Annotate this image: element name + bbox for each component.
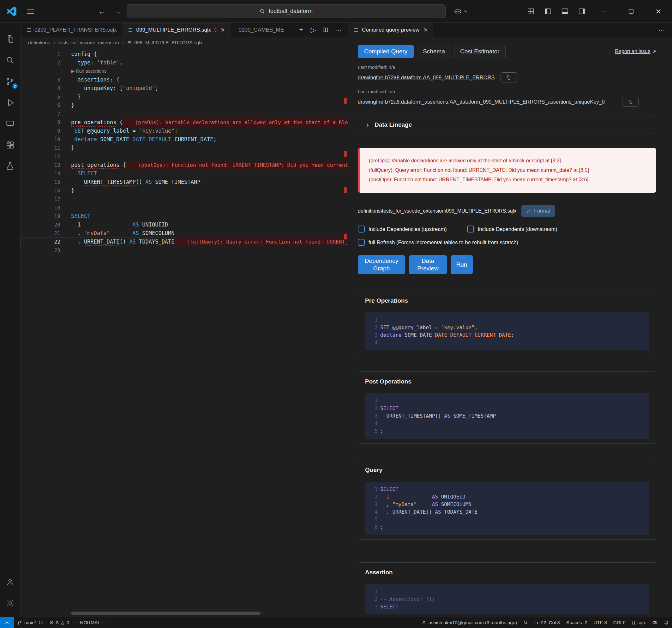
copilot-status[interactable]: [649, 617, 661, 628]
cost-estimator-button[interactable]: Cost Estimator: [454, 45, 506, 58]
forward-button[interactable]: →: [115, 0, 122, 23]
target-table-link[interactable]: drawingfire-b72a8.dataform.AA_099_MULTIP…: [358, 74, 495, 80]
code-token: SOMECOLUMN: [139, 230, 175, 236]
source-control-icon[interactable]: 2: [0, 71, 21, 92]
compiled-query-button[interactable]: Compiled Query: [358, 45, 414, 58]
remote-indicator[interactable]: ><: [0, 617, 14, 628]
search-status-icon[interactable]: [520, 617, 531, 628]
editor-line[interactable]: 4 uniqueKey: ["uniqueId"]: [21, 84, 348, 93]
breadcrumb[interactable]: definitions › tests_for_vscode_extension…: [21, 37, 348, 48]
remote-explorer-icon[interactable]: [0, 113, 21, 134]
breadcrumb-item[interactable]: tests_for_vscode_extension: [58, 40, 119, 46]
editor-line[interactable]: 8pre_operations { (preOps): Variable dec…: [21, 118, 348, 127]
notifications-bell[interactable]: [661, 617, 672, 628]
copy-button[interactable]: [501, 72, 517, 83]
tab-0100-games[interactable]: 0100_GAMES_ME: [231, 23, 289, 37]
code-editor[interactable]: 1config {2 type: 'table',▶ Run assertion…: [21, 48, 348, 617]
toggle-sidebar-right-icon[interactable]: [578, 7, 586, 16]
editor-line[interactable]: 5 }: [21, 93, 348, 101]
code-token: SELECT: [77, 170, 97, 177]
editor-line[interactable]: 6}: [21, 101, 348, 110]
tab-099-multiple-errors[interactable]: 099_MULTIPLE_ERRORS.sqlx 3 ×: [122, 23, 230, 37]
schema-button[interactable]: Schema: [417, 45, 451, 58]
testing-view-icon[interactable]: [0, 156, 21, 177]
checkbox-box[interactable]: [467, 226, 474, 233]
editor-line[interactable]: 22 , URRENT_DATE() AS TODAYS_DATE (fullQ…: [21, 237, 348, 246]
checkbox-box[interactable]: [358, 239, 365, 246]
search-view-icon[interactable]: [0, 50, 21, 71]
editor-line[interactable]: 14 SELECT: [21, 169, 348, 178]
sparkle-icon[interactable]: [298, 26, 305, 33]
editor-line[interactable]: 16}: [21, 186, 348, 195]
editor-line[interactable]: 19SELECT: [21, 212, 348, 220]
close-button[interactable]: ×: [645, 0, 672, 23]
language-mode-indicator[interactable]: {} sqlx: [629, 617, 649, 628]
code-token: SOME_DATE: [401, 332, 435, 338]
editor-line[interactable]: 13post_operations { (postOps): Function …: [21, 161, 348, 169]
editor-line[interactable]: 21 , "myData" AS SOMECOLUMN: [21, 229, 348, 237]
menu-icon[interactable]: [27, 9, 34, 14]
editor-line[interactable]: 12: [21, 152, 348, 161]
customize-layout-icon[interactable]: [527, 7, 535, 16]
format-button[interactable]: Format: [521, 205, 555, 217]
report-issue-link[interactable]: Report an issue ↗: [615, 49, 656, 55]
split-editor-icon[interactable]: [322, 26, 329, 33]
copilot-menu[interactable]: [454, 7, 467, 16]
vim-mode-indicator[interactable]: -- NORMAL --: [72, 617, 108, 628]
editor-line[interactable]: 10 declare SOME_DATE DATE DEFAULT CURREN…: [21, 135, 348, 144]
editor-line[interactable]: 7: [21, 110, 348, 118]
branch-indicator[interactable]: main*: [14, 617, 46, 628]
problems-indicator[interactable]: ⊗ 3 △ 0: [46, 617, 72, 628]
back-button[interactable]: ←: [98, 0, 106, 23]
full-refresh-checkbox[interactable]: full Refresh (Forces incremental tables …: [358, 239, 518, 246]
extensions-icon[interactable]: [0, 134, 21, 156]
cursor-position[interactable]: Ln 22, Col 3: [531, 617, 563, 628]
tab-0200-player-transfers[interactable]: 0200_PLAYER_TRANSFERS.sqlx: [21, 23, 122, 37]
eol-indicator[interactable]: CRLF: [610, 617, 629, 628]
breadcrumb-item[interactable]: definitions: [28, 40, 50, 46]
run-debug-icon[interactable]: [0, 92, 21, 113]
editor-line[interactable]: 18: [21, 204, 348, 212]
data-preview-button[interactable]: Data Preview: [409, 255, 447, 274]
data-lineage-expander[interactable]: › Data Lineage: [358, 116, 656, 134]
dependency-graph-button[interactable]: Dependency Graph: [358, 255, 405, 274]
run-button[interactable]: Run: [451, 255, 473, 274]
editor-line[interactable]: 23: [21, 246, 348, 255]
maximize-button[interactable]: [618, 0, 645, 23]
editor-line[interactable]: 20 1 AS UNIQUEID: [21, 220, 348, 229]
query-code: 1SELECT2 1 AS UNIQUEID3 , "myData" AS SO…: [365, 482, 649, 535]
checkbox-box[interactable]: [358, 226, 365, 233]
editor-line[interactable]: 17: [21, 195, 348, 204]
more-actions-icon[interactable]: ⋯: [335, 26, 342, 34]
tab-compiled-query-preview[interactable]: Compiled query preview ×: [348, 23, 433, 37]
account-icon[interactable]: [0, 571, 21, 592]
editor-line[interactable]: 1config {: [21, 50, 348, 59]
codelens-run-assertions[interactable]: ▶ Run assertions: [21, 67, 348, 75]
explorer-icon[interactable]: [0, 28, 21, 50]
include-dependencies-checkbox[interactable]: Include Dependencies (upstream): [358, 226, 447, 233]
horizontal-scrollbar[interactable]: [71, 611, 261, 615]
editor-line[interactable]: 15 URRENT_TIMESTAMP() AS SOME_TIMESTAMP: [21, 178, 348, 186]
toggle-sidebar-left-icon[interactable]: [544, 7, 552, 16]
editor-line[interactable]: 3 assertions: {: [21, 75, 348, 84]
settings-gear-icon[interactable]: [0, 592, 21, 613]
include-dependents-checkbox[interactable]: Include Dependents (downstream): [467, 226, 557, 233]
encoding-indicator[interactable]: UTF-8: [591, 617, 610, 628]
git-blame-indicator[interactable]: ashish.alex10@gmail.com (3 months ago): [418, 617, 520, 628]
assertion-table-link[interactable]: drawingfire-b72a8.dataform_assertions.AA…: [358, 99, 605, 105]
editor-line[interactable]: 11}: [21, 144, 348, 152]
toggle-panel-icon[interactable]: [561, 7, 569, 16]
minimize-button[interactable]: [591, 0, 618, 23]
copy-button[interactable]: [622, 97, 639, 107]
breadcrumb-item-file[interactable]: 099_MULTIPLE_ERRORS.sqlx: [127, 40, 202, 46]
editor-line[interactable]: 9 SET @@query_label = "key:value";: [21, 127, 348, 135]
tab-close-icon[interactable]: ×: [424, 26, 428, 33]
indentation-indicator[interactable]: Spaces: 2: [563, 617, 591, 628]
line-number: 17: [21, 195, 60, 204]
command-center-search[interactable]: football_dataform: [127, 4, 446, 18]
editor-line[interactable]: 2 type: 'table',: [21, 59, 348, 67]
run-file-icon[interactable]: ▷: [311, 26, 316, 34]
panel-more-actions-icon[interactable]: ⋯: [658, 26, 665, 34]
section-title: Assertion: [365, 569, 649, 576]
tab-close-icon[interactable]: ×: [221, 26, 225, 33]
